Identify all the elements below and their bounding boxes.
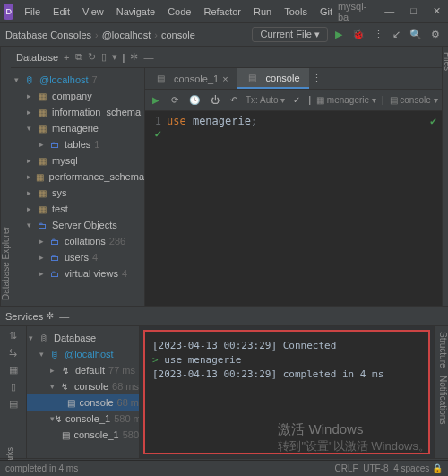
tree-schema-menagerie[interactable]: ▾▦menagerie <box>11 120 144 136</box>
minimize-icon[interactable]: — <box>381 5 398 17</box>
schema-dropdown[interactable]: ▦ menagerie ▾ <box>316 95 376 105</box>
svc-console1[interactable]: ▾↯console_1580 m <box>27 411 139 427</box>
folder-icon: 🗀 <box>36 219 48 231</box>
filter-icon[interactable]: ▾ <box>112 51 117 63</box>
database-tree[interactable]: ▾🛢@localhost7 ▸▦company ▸▦information_sc… <box>11 68 145 306</box>
stop-icon[interactable]: ⏻ <box>208 95 222 105</box>
filter-icon[interactable]: ▤ <box>9 398 18 410</box>
services-tree[interactable]: ▾🛢Database ▾🛢@localhost ▸↯default77 ms ▾… <box>27 326 140 458</box>
console-icon: ▤ <box>154 73 167 85</box>
breadcrumb: Database Consoles›@localhost›console <box>5 30 195 40</box>
editor-tabs: ▤console_1 × ▤console ⋮ <box>145 68 442 90</box>
editor-toolbar: ▶ ⟳ 🕓 ⏻ ↶ Tx: Auto ▾ ✓ | ▦ menagerie ▾ |… <box>145 90 442 111</box>
svc-console[interactable]: ▾↯console68 ms <box>27 378 139 394</box>
crumb-root[interactable]: Database Consoles <box>5 30 91 40</box>
schema-icon: ▦ <box>36 106 48 118</box>
svc-host[interactable]: ▾🛢@localhost <box>27 346 139 362</box>
sidebar-tab-structure[interactable]: Structure Notifications <box>434 326 448 458</box>
menu-tools[interactable]: Tools <box>279 4 313 19</box>
tab-more-icon[interactable]: ⋮ <box>309 73 327 84</box>
tree-tables[interactable]: ▸🗀tables1 <box>11 136 144 152</box>
update-icon[interactable]: ↙ <box>390 29 403 40</box>
refresh-icon[interactable]: ⟳ <box>168 95 181 105</box>
readonly-icon[interactable]: 🔒 <box>432 463 443 473</box>
tx-mode-dropdown[interactable]: Tx: Auto ▾ <box>246 95 285 105</box>
tree-schema-test[interactable]: ▸▦test <box>11 201 144 217</box>
commit-icon[interactable]: ✓ <box>290 95 303 105</box>
run-config-dropdown[interactable]: Current File ▾ <box>252 27 328 42</box>
gear-icon[interactable]: ✲ <box>43 310 56 322</box>
menu-run[interactable]: Run <box>248 4 277 19</box>
tree-schema-infoschema[interactable]: ▸▦information_schema <box>11 104 144 120</box>
add-icon[interactable]: + <box>64 52 69 63</box>
analysis-ok-icon[interactable]: ✔ <box>430 115 436 127</box>
console-icon: ▤ <box>246 72 259 84</box>
crumb-host[interactable]: @localhost <box>102 30 151 40</box>
panel-title: Database <box>16 52 58 63</box>
schema-icon: ▦ <box>36 90 48 102</box>
search-icon[interactable]: 🔍 <box>407 29 425 40</box>
tree-schema-company[interactable]: ▸▦company <box>11 88 144 104</box>
sidebar-tab-files[interactable]: Files <box>442 47 448 306</box>
gear-icon[interactable]: ✲ <box>130 51 138 63</box>
tree-schema-perf[interactable]: ▸▦performance_schema <box>11 169 144 185</box>
collapse-icon[interactable]: ⇆ <box>9 347 17 359</box>
project-name: mysql-ba <box>338 1 366 22</box>
run-button[interactable]: ▶ <box>332 29 346 40</box>
tab-console[interactable]: ▤console <box>237 68 309 89</box>
close-icon[interactable]: ✕ <box>429 5 444 17</box>
app-logo-icon: D <box>4 4 13 20</box>
services-title: Services <box>5 311 43 322</box>
menu-view[interactable]: View <box>77 4 109 19</box>
sidebar-tab-database[interactable]: Database Explorer <box>0 47 11 306</box>
schema-icon: ▦ <box>35 170 46 183</box>
svc-console1-inner[interactable]: ▤console_1580 <box>27 427 139 443</box>
copy-icon[interactable]: ⧉ <box>75 51 82 63</box>
debug-icon[interactable]: 🐞 <box>349 29 367 40</box>
hide-icon[interactable]: — <box>143 52 153 63</box>
expand-icon[interactable]: ⇅ <box>9 330 17 342</box>
rollback-icon[interactable]: ↶ <box>228 95 240 105</box>
host-icon: 🛢 <box>48 348 61 360</box>
tree-root[interactable]: ▾🛢@localhost7 <box>11 72 144 88</box>
stop-icon[interactable]: ▯ <box>101 51 107 63</box>
schema-icon: ▦ <box>36 122 48 134</box>
status-indent[interactable]: 4 spaces <box>393 463 429 473</box>
session-dropdown[interactable]: ▤ console ▾ <box>390 95 438 105</box>
tab-console1[interactable]: ▤console_1 × <box>145 68 237 89</box>
session-icon: ↯ <box>55 412 62 425</box>
menu-code[interactable]: Code <box>162 4 196 19</box>
svc-default[interactable]: ▸↯default77 ms <box>27 362 139 378</box>
title-bar: D File Edit View Navigate Code Refactor … <box>0 0 448 23</box>
menu-git[interactable]: Git <box>314 4 338 19</box>
maximize-icon[interactable]: □ <box>407 5 420 17</box>
more-icon[interactable]: ⋮ <box>371 29 386 40</box>
status-encoding[interactable]: UTF-8 <box>363 463 388 473</box>
execute-button[interactable]: ▶ <box>149 95 163 105</box>
history-icon[interactable]: 🕓 <box>186 95 202 105</box>
tree-collations[interactable]: ▸🗀collations286 <box>11 233 144 249</box>
code-editor[interactable]: 1 ✔ use menagerie; ✔ <box>145 111 442 306</box>
folder-icon: 🗀 <box>48 251 61 264</box>
svc-console-inner[interactable]: ▤console68 m <box>27 394 139 411</box>
status-crlf[interactable]: CRLF <box>335 463 358 473</box>
refresh-icon[interactable]: ↻ <box>88 51 96 63</box>
layout-icon[interactable]: ▯ <box>11 381 16 393</box>
tree-server-objects[interactable]: ▾🗀Server Objects <box>11 217 144 233</box>
services-output[interactable]: [2023-04-13 00:23:29] Connected > use me… <box>143 330 430 454</box>
tree-schema-mysql[interactable]: ▸▦mysql <box>11 152 144 169</box>
hide-icon[interactable]: — <box>56 311 72 322</box>
tree-users[interactable]: ▸🗀users4 <box>11 249 144 265</box>
grid-icon[interactable]: ▦ <box>9 364 18 376</box>
tree-schema-sys[interactable]: ▸▦sys <box>11 185 144 201</box>
svc-database[interactable]: ▾🛢Database <box>27 330 139 346</box>
tree-virtualviews[interactable]: ▸🗀virtual views4 <box>11 265 144 281</box>
menu-file[interactable]: File <box>19 4 46 19</box>
menu-edit[interactable]: Edit <box>47 4 75 19</box>
menu-navigate[interactable]: Navigate <box>111 4 160 19</box>
crumb-leaf[interactable]: console <box>161 30 195 40</box>
database-icon: 🛢 <box>23 74 36 86</box>
menu-refactor[interactable]: Refactor <box>198 4 246 19</box>
settings-icon[interactable]: ⚙ <box>428 29 443 40</box>
editor-pane: ▤console_1 × ▤console ⋮ ▶ ⟳ 🕓 ⏻ ↶ Tx: Au… <box>145 68 442 306</box>
